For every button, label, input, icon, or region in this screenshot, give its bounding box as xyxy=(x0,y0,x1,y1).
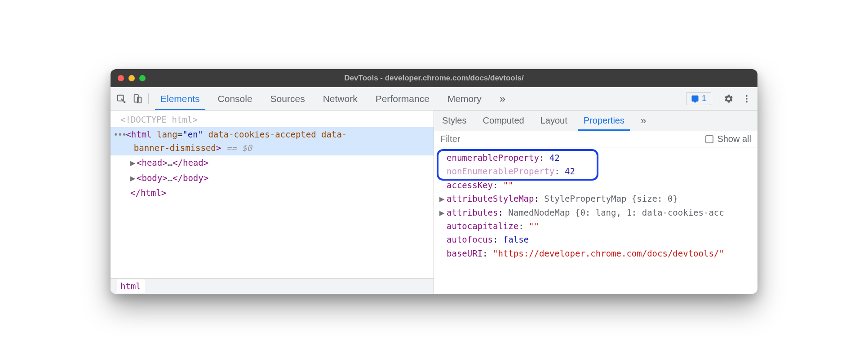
toolbar-separator xyxy=(716,93,716,104)
tab-sources[interactable]: Sources xyxy=(261,87,314,110)
property-name: autofocus xyxy=(447,235,493,244)
inspect-element-icon[interactable] xyxy=(113,91,129,107)
traffic-lights xyxy=(118,75,146,81)
side-tab-properties[interactable]: Properties xyxy=(576,111,633,131)
titlebar: DevTools - developer.chrome.com/docs/dev… xyxy=(111,69,757,87)
property-row[interactable]: nonEnumerableProperty: 42 xyxy=(437,164,755,178)
side-tab-computed[interactable]: Computed xyxy=(474,111,532,131)
property-value: "" xyxy=(529,221,539,231)
property-row[interactable]: autocapitalize: "" xyxy=(437,219,755,233)
filter-input[interactable] xyxy=(440,134,705,144)
devtools-window: DevTools - developer.chrome.com/docs/dev… xyxy=(111,69,757,294)
toolbar-separator xyxy=(148,93,149,104)
svg-point-3 xyxy=(746,95,748,97)
property-value: 42 xyxy=(549,153,560,163)
property-name: attributeStyleMap xyxy=(447,194,534,204)
property-name: enumerableProperty xyxy=(447,153,539,163)
selected-node-indicator: == $0 xyxy=(221,143,252,153)
tab-label: Network xyxy=(323,93,358,104)
property-row[interactable]: autofocus: false xyxy=(437,233,755,246)
property-value: NamedNodeMap {0: lang, 1: data-cookies-a… xyxy=(508,208,724,217)
checkbox-icon[interactable] xyxy=(705,135,713,143)
expand-arrow-icon[interactable]: ▶ xyxy=(130,172,137,185)
properties-list[interactable]: enumerableProperty: 42nonEnumerablePrope… xyxy=(434,147,757,294)
property-row[interactable]: baseURI: "https://developer.chrome.com/d… xyxy=(437,247,755,260)
window-title: DevTools - developer.chrome.com/docs/dev… xyxy=(111,74,757,83)
expand-arrow-icon[interactable]: ▶ xyxy=(439,192,444,205)
property-value: "https://developer.chrome.com/docs/devto… xyxy=(493,248,724,258)
property-name: accessKey xyxy=(447,180,493,190)
main-tabs: Elements Console Sources Network Perform… xyxy=(151,87,686,110)
property-value: StylePropertyMap {size: 0} xyxy=(544,194,678,204)
close-window-button[interactable] xyxy=(118,75,124,81)
filter-row: Show all xyxy=(434,131,757,147)
content-area: <!DOCTYPE html> •••<html lang="en" data-… xyxy=(111,111,757,294)
side-tabs: Styles Computed Layout Properties » xyxy=(434,111,757,131)
more-menu-icon[interactable] xyxy=(739,91,755,107)
side-tab-layout[interactable]: Layout xyxy=(532,111,576,131)
property-value: false xyxy=(503,235,529,244)
collapsed-indicator-icon: ••• xyxy=(113,129,126,139)
property-row[interactable]: ▶attributes: NamedNodeMap {0: lang, 1: d… xyxy=(437,206,755,219)
side-panel: Styles Computed Layout Properties » Show… xyxy=(434,111,757,294)
side-tabs-overflow-icon[interactable]: » xyxy=(633,111,654,131)
breadcrumb: html xyxy=(111,278,434,294)
property-name: autocapitalize xyxy=(447,221,518,231)
issues-icon xyxy=(691,95,699,103)
property-value: 42 xyxy=(565,166,575,176)
expand-arrow-icon[interactable]: ▶ xyxy=(439,206,444,219)
tabs-overflow-icon[interactable]: » xyxy=(491,87,514,110)
show-all-toggle[interactable]: Show all xyxy=(705,134,751,144)
tab-elements[interactable]: Elements xyxy=(151,87,209,110)
svg-point-4 xyxy=(746,98,748,100)
minimize-window-button[interactable] xyxy=(128,75,135,81)
dom-panel: <!DOCTYPE html> •••<html lang="en" data-… xyxy=(111,111,434,294)
property-name: nonEnumerableProperty xyxy=(447,166,554,176)
svg-point-5 xyxy=(746,101,748,102)
dom-html-close[interactable]: </html> xyxy=(111,186,434,200)
issues-badge[interactable]: 1 xyxy=(686,92,711,105)
dom-head-element[interactable]: ▶<head>…</head> xyxy=(111,155,434,170)
dom-tree[interactable]: <!DOCTYPE html> •••<html lang="en" data-… xyxy=(111,111,434,278)
dom-html-element[interactable]: •••<html lang="en" data-cookies-accepted… xyxy=(111,127,434,155)
settings-icon[interactable] xyxy=(721,91,737,107)
tab-memory[interactable]: Memory xyxy=(438,87,491,110)
tab-label: Elements xyxy=(160,93,200,104)
issues-count: 1 xyxy=(702,94,706,103)
breadcrumb-item[interactable]: html xyxy=(117,279,145,293)
show-all-label: Show all xyxy=(717,134,751,144)
dom-body-element[interactable]: ▶<body>…</body> xyxy=(111,171,434,186)
dom-doctype[interactable]: <!DOCTYPE html> xyxy=(111,112,434,127)
expand-arrow-icon[interactable]: ▶ xyxy=(130,156,137,169)
tab-network[interactable]: Network xyxy=(314,87,367,110)
device-toggle-icon[interactable] xyxy=(129,91,146,107)
tab-label: Memory xyxy=(447,93,482,104)
property-value: "" xyxy=(503,180,514,190)
side-tab-styles[interactable]: Styles xyxy=(434,111,474,131)
tab-performance[interactable]: Performance xyxy=(367,87,438,110)
property-row[interactable]: ▶attributeStyleMap: StylePropertyMap {si… xyxy=(437,192,755,205)
property-row[interactable]: accessKey: "" xyxy=(437,178,755,192)
toolbar-right: 1 xyxy=(686,91,755,107)
tab-label: Sources xyxy=(270,93,305,104)
tab-label: Console xyxy=(218,93,252,104)
main-toolbar: Elements Console Sources Network Perform… xyxy=(111,87,757,111)
property-name: baseURI xyxy=(447,248,483,258)
tab-console[interactable]: Console xyxy=(209,87,261,110)
property-row[interactable]: enumerableProperty: 42 xyxy=(437,151,755,164)
tab-label: Performance xyxy=(376,93,430,104)
maximize-window-button[interactable] xyxy=(139,75,146,81)
property-name: attributes xyxy=(447,208,498,217)
